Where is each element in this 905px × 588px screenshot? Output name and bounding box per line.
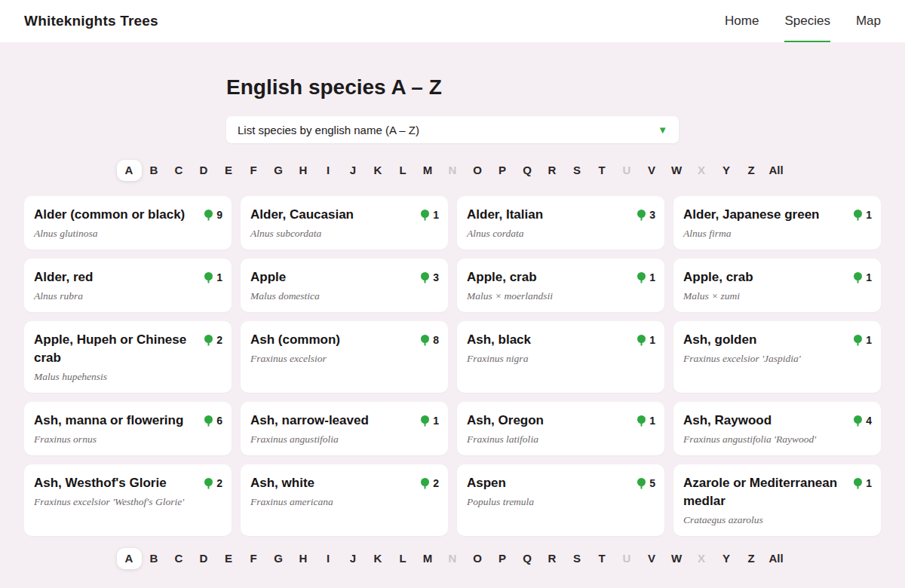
species-card[interactable]: Alder, redAlnus rubra1 — [24, 259, 232, 312]
letter-filter-f[interactable]: F — [241, 160, 266, 181]
species-card-text: Ash (common)Fraxinus excelsior — [250, 331, 340, 384]
letter-filter-p[interactable]: P — [490, 160, 515, 181]
nav-item-species[interactable]: Species — [784, 0, 830, 42]
nav-item-map[interactable]: Map — [856, 0, 881, 42]
species-card[interactable]: Ash, Westhof's GlorieFraxinus excelsior … — [24, 464, 232, 536]
letter-filter-q[interactable]: Q — [515, 548, 540, 569]
species-card[interactable]: Ash, manna or floweringFraxinus ornus6 — [24, 402, 232, 455]
species-card[interactable]: Alder (common or black)Alnus glutinosa9 — [24, 196, 232, 250]
species-latin-name: Fraxinus angustifolia 'Raywood' — [683, 433, 816, 446]
species-latin-name: Alnus subcordata — [250, 227, 354, 240]
main-content: English species A – Z List species by en… — [0, 42, 905, 569]
species-latin-name: Fraxinus angustifolia — [250, 433, 369, 446]
letter-filter-t[interactable]: T — [590, 548, 615, 569]
species-card[interactable]: Azarole or Mediterranean medlarCrataegus… — [673, 464, 881, 536]
tree-count-number: 1 — [433, 209, 439, 221]
letter-filter-e[interactable]: E — [216, 160, 241, 181]
brand-logo[interactable]: Whiteknights Trees — [24, 13, 158, 29]
species-card-text: Ash, RaywoodFraxinus angustifolia 'Raywo… — [683, 412, 816, 446]
letter-filter-p[interactable]: P — [490, 548, 515, 569]
tree-icon — [204, 478, 213, 489]
letter-filter-o[interactable]: O — [465, 548, 490, 569]
letter-filter-c[interactable]: C — [167, 548, 192, 569]
letter-filter-o[interactable]: O — [465, 160, 490, 181]
tree-icon — [420, 415, 430, 427]
species-card[interactable]: Apple, crabMalus × zumi1 — [673, 259, 881, 312]
header: Whiteknights Trees HomeSpeciesMap — [0, 0, 905, 42]
letter-filter-j[interactable]: J — [341, 548, 366, 569]
species-latin-name: Fraxinus nigra — [467, 352, 531, 366]
tree-count: 1 — [637, 271, 655, 283]
letter-filter-x: X — [689, 548, 714, 569]
tree-count-number: 5 — [649, 477, 655, 489]
letter-filter-l[interactable]: L — [391, 548, 416, 569]
tree-count: 1 — [420, 209, 439, 221]
species-card[interactable]: Ash, goldenFraxinus excelsior 'Jaspidia'… — [673, 321, 881, 393]
letter-filter-s[interactable]: S — [565, 548, 590, 569]
letter-filter-b[interactable]: B — [142, 160, 167, 181]
species-name: Ash, black — [467, 331, 531, 349]
species-card[interactable]: Alder, ItalianAlnus cordata3 — [457, 196, 664, 250]
letter-filter-a[interactable]: A — [117, 548, 142, 569]
letter-filter-i[interactable]: I — [316, 548, 341, 569]
species-card[interactable]: Ash, whiteFraxinus americana2 — [241, 464, 448, 536]
species-card[interactable]: AspenPopulus tremula5 — [457, 464, 664, 536]
species-card[interactable]: Alder, CaucasianAlnus subcordata1 — [241, 196, 448, 250]
tree-count: 4 — [853, 415, 872, 427]
tree-icon — [420, 272, 430, 283]
letter-filter-w[interactable]: W — [664, 548, 689, 569]
tree-icon — [204, 272, 213, 283]
letter-filter-r[interactable]: R — [540, 160, 565, 181]
letter-filter-all[interactable]: All — [764, 160, 789, 181]
letter-filter-u: U — [615, 160, 640, 181]
species-card[interactable]: Ash, OregonFraxinus latifolia1 — [457, 402, 664, 455]
nav-item-home[interactable]: Home — [725, 0, 759, 42]
letter-filter-k[interactable]: K — [366, 160, 391, 181]
species-card[interactable]: Ash, narrow-leavedFraxinus angustifolia1 — [241, 402, 448, 455]
species-card[interactable]: AppleMalus domestica3 — [241, 259, 448, 312]
letter-filter-m[interactable]: M — [416, 548, 440, 569]
tree-icon — [637, 210, 646, 221]
letter-filter-i[interactable]: I — [316, 160, 341, 181]
letter-filter-d[interactable]: D — [192, 548, 216, 569]
tree-count-number: 1 — [866, 477, 872, 489]
letter-filter-f[interactable]: F — [241, 548, 266, 569]
letter-filter-y[interactable]: Y — [714, 548, 739, 569]
letter-filter-w[interactable]: W — [664, 160, 689, 181]
species-card[interactable]: Alder, Japanese greenAlnus firma1 — [673, 196, 881, 250]
letter-filter-z[interactable]: Z — [739, 548, 764, 569]
letter-filter-g[interactable]: G — [266, 160, 291, 181]
letter-filter-c[interactable]: C — [167, 160, 192, 181]
species-name: Alder, red — [34, 268, 93, 286]
letter-filter-v[interactable]: V — [640, 160, 664, 181]
species-card[interactable]: Ash (common)Fraxinus excelsior8 — [241, 321, 448, 393]
species-card[interactable]: Apple, crabMalus × moerlandsii1 — [457, 259, 664, 312]
letter-filter-m[interactable]: M — [416, 160, 440, 181]
letter-filter-h[interactable]: H — [291, 548, 316, 569]
species-latin-name: Alnus glutinosa — [34, 227, 185, 240]
letter-filter-s[interactable]: S — [565, 160, 590, 181]
species-list-select[interactable]: List species by english name (A – Z) ▼ — [226, 116, 679, 143]
letter-filter-g[interactable]: G — [266, 548, 291, 569]
letter-filter-a[interactable]: A — [117, 160, 142, 181]
letter-filter-d[interactable]: D — [192, 160, 216, 181]
letter-filter-v[interactable]: V — [640, 548, 664, 569]
species-card[interactable]: Apple, Hupeh or Chinese crabMalus hupehe… — [24, 321, 232, 393]
letter-filter-q[interactable]: Q — [515, 160, 540, 181]
tree-count-number: 8 — [433, 334, 439, 346]
letter-filter-h[interactable]: H — [291, 160, 316, 181]
letter-filter-all[interactable]: All — [764, 548, 789, 569]
letter-filter-z[interactable]: Z — [739, 160, 764, 181]
species-card[interactable]: Ash, RaywoodFraxinus angustifolia 'Raywo… — [673, 402, 881, 455]
letter-filter-t[interactable]: T — [590, 160, 615, 181]
letter-filter-k[interactable]: K — [366, 548, 391, 569]
species-card[interactable]: Ash, blackFraxinus nigra1 — [457, 321, 664, 393]
letter-filter-l[interactable]: L — [391, 160, 416, 181]
species-name: Aspen — [467, 474, 534, 492]
letter-filter-b[interactable]: B — [142, 548, 167, 569]
tree-count: 5 — [637, 477, 655, 489]
letter-filter-y[interactable]: Y — [714, 160, 739, 181]
letter-filter-j[interactable]: J — [341, 160, 366, 181]
letter-filter-r[interactable]: R — [540, 548, 565, 569]
letter-filter-e[interactable]: E — [216, 548, 241, 569]
